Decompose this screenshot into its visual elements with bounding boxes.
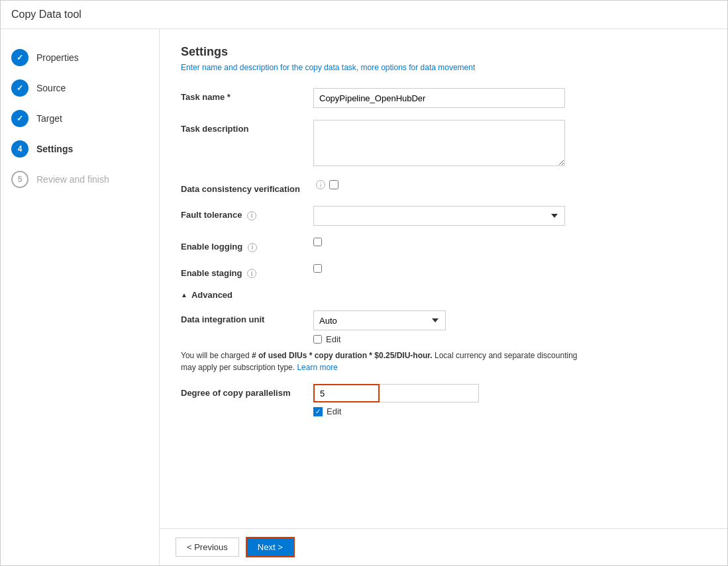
diu-select[interactable]: Auto 2 4 8 16 32 64 128 256 (313, 310, 446, 330)
learn-more-link[interactable]: Learn more (297, 363, 337, 372)
sidebar-item-settings[interactable]: 4 Settings (1, 134, 159, 164)
data-consistency-checkbox[interactable] (329, 180, 338, 189)
step-label-target: Target (36, 113, 62, 124)
task-name-input[interactable] (313, 88, 565, 108)
enable-logging-checkbox[interactable] (313, 238, 322, 246)
parallelism-input-second[interactable] (380, 384, 479, 402)
main-content: Settings Enter name and description for … (160, 29, 727, 565)
enable-logging-info-icon: i (248, 243, 257, 252)
parallelism-label: Degree of copy parallelism (181, 384, 313, 398)
next-button[interactable]: Next > (246, 537, 295, 557)
enable-logging-control (313, 238, 565, 248)
advanced-label: Advanced (191, 290, 233, 300)
data-consistency-container: i (313, 180, 565, 189)
data-consistency-label: Data consistency verification (181, 180, 313, 194)
charge-text: You will be charged # of used DIUs * cop… (181, 350, 578, 373)
data-consistency-info-icon: i (316, 180, 325, 189)
task-description-control (313, 120, 565, 168)
charge-text-part1: You will be charged (181, 351, 252, 360)
parallelism-inputs: Edit (313, 384, 479, 416)
charge-text-bold: # of used DIUs * copy duration * $0.25/D… (252, 351, 433, 360)
advanced-toggle[interactable]: ▲ Advanced (181, 290, 706, 300)
enable-staging-checkbox[interactable] (313, 264, 322, 273)
step-label-properties: Properties (36, 52, 79, 63)
enable-staging-info-icon: i (247, 269, 256, 278)
step-label-review: Review and finish (36, 174, 109, 185)
footer: < Previous Next > (160, 528, 727, 565)
diu-label: Data integration unit (181, 310, 313, 324)
section-subtitle: Enter name and description for the copy … (181, 63, 706, 72)
parallelism-edit-label: Edit (327, 406, 341, 416)
enable-logging-label: Enable logging i (181, 238, 313, 252)
diu-edit-row: Edit (313, 334, 446, 344)
enable-staging-label: Enable staging i (181, 264, 313, 279)
sidebar-item-properties[interactable]: ✓ Properties (1, 42, 159, 73)
step-label-source: Source (36, 83, 66, 93)
step-circle-settings: 4 (11, 140, 28, 158)
advanced-section: ▲ Advanced Data integration unit Auto 2 … (181, 290, 706, 416)
enable-staging-row: Enable staging i (181, 264, 706, 279)
diu-select-container: Auto 2 4 8 16 32 64 128 256 (313, 310, 446, 344)
task-description-input[interactable] (313, 120, 565, 166)
data-consistency-control: i (313, 180, 565, 189)
data-consistency-row: Data consistency verification i (181, 180, 706, 194)
fault-tolerance-info-icon: i (247, 211, 256, 220)
diu-edit-label: Edit (326, 334, 340, 344)
fault-tolerance-label: Fault tolerance i (181, 206, 313, 220)
task-description-label: Task description (181, 120, 313, 134)
parallelism-row: Degree of copy parallelism Edit (181, 384, 706, 416)
step-label-settings: Settings (36, 144, 73, 154)
sidebar: ✓ Properties ✓ Source ✓ Target 4 Setting… (1, 29, 160, 565)
parallelism-input-first[interactable] (313, 384, 380, 402)
sidebar-item-target[interactable]: ✓ Target (1, 103, 159, 134)
parallelism-input-row (313, 384, 479, 402)
task-name-label: Task name * (181, 88, 313, 102)
step-circle-review: 5 (11, 171, 28, 188)
sidebar-item-source[interactable]: ✓ Source (1, 73, 159, 103)
app-header: Copy Data tool (1, 1, 727, 29)
content-area: Settings Enter name and description for … (160, 29, 727, 528)
fault-tolerance-control (313, 206, 565, 226)
diu-edit-checkbox[interactable] (313, 335, 322, 344)
sidebar-item-review[interactable]: 5 Review and finish (1, 164, 159, 195)
app-title: Copy Data tool (11, 9, 81, 20)
step-circle-target: ✓ (11, 110, 28, 127)
previous-button[interactable]: < Previous (176, 538, 239, 557)
fault-tolerance-row: Fault tolerance i (181, 206, 706, 226)
enable-logging-row: Enable logging i (181, 238, 706, 252)
step-circle-source: ✓ (11, 79, 28, 97)
parallelism-edit-row: Edit (313, 406, 479, 416)
task-name-row: Task name * (181, 88, 706, 108)
section-title: Settings (181, 45, 706, 59)
task-description-row: Task description (181, 120, 706, 168)
parallelism-edit-checkbox[interactable] (313, 407, 323, 416)
diu-row: Data integration unit Auto 2 4 8 16 32 6… (181, 310, 706, 344)
app-body: ✓ Properties ✓ Source ✓ Target 4 Setting… (1, 29, 727, 565)
advanced-triangle-icon: ▲ (181, 291, 187, 299)
enable-staging-control (313, 264, 565, 275)
task-name-control (313, 88, 565, 108)
fault-tolerance-select[interactable] (313, 206, 565, 226)
step-circle-properties: ✓ (11, 49, 28, 66)
